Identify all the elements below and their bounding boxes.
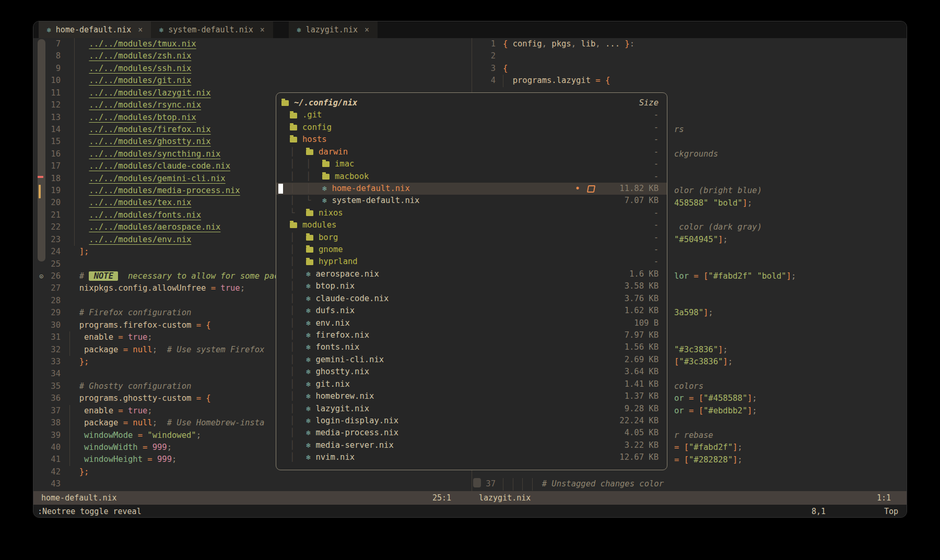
tree-item-imac[interactable]: ││imac- xyxy=(276,158,667,170)
tree-item-name: hyprland xyxy=(319,256,358,268)
tab-label: system-default.nix xyxy=(168,25,253,34)
tree-item-.git[interactable]: .git- xyxy=(276,109,667,121)
tree-item-name: hosts xyxy=(302,134,327,146)
code-text: ../../modules/lazygit.nix xyxy=(61,87,211,99)
tree-item-darwin[interactable]: │darwin- xyxy=(276,146,667,158)
file-size: - xyxy=(608,171,659,183)
code-fragment: rs xyxy=(674,124,684,136)
left-scrollbar[interactable]: ⊙ xyxy=(38,38,45,491)
tree-item-gnome[interactable]: │gnome- xyxy=(276,244,667,256)
tree-item-nvim.nix[interactable]: │❄nvim.nix12.67 KB xyxy=(276,451,667,463)
tree-indent-guide: │ xyxy=(290,293,306,305)
scrollbar-thumb[interactable] xyxy=(38,39,45,261)
nix-file-icon: ❄ xyxy=(322,183,326,195)
command-line[interactable]: :Neotree toggle reveal 8,1 Top xyxy=(33,505,907,518)
tree-item-claude-code.nix[interactable]: │❄claude-code.nix3.76 KB xyxy=(276,293,667,305)
file-size: 9.28 KB xyxy=(608,403,659,415)
tree-indent-guide: │ xyxy=(290,244,306,256)
ruler-position: 8,1 xyxy=(812,505,826,518)
tab-lazygit.nix[interactable]: ❄lazygit.nix× xyxy=(289,21,378,38)
close-icon[interactable]: × xyxy=(260,25,265,34)
code-line[interactable]: 7 ../../modules/tmux.nix xyxy=(33,38,472,50)
tree-item-media-server.nix[interactable]: │❄media-server.nix3.22 KB xyxy=(276,439,667,451)
tree-item-aerospace.nix[interactable]: │❄aerospace.nix1.6 KB xyxy=(276,268,667,280)
code-line[interactable]: 2 xyxy=(472,50,907,62)
tree-item-name: modules xyxy=(302,219,336,231)
code-text: { config, pkgs, lib, ... }: xyxy=(496,38,634,50)
tree-item-btop.nix[interactable]: │❄btop.nix3.58 KB xyxy=(276,280,667,292)
tree-item-gemini-cli.nix[interactable]: │❄gemini-cli.nix2.69 KB xyxy=(276,354,667,366)
command-text: :Neotree toggle reveal xyxy=(38,505,142,518)
tree-indent-guide: │ xyxy=(290,378,306,390)
tree-item-git.nix[interactable]: │❄git.nix1.41 KB xyxy=(276,378,667,390)
tree-item-modules[interactable]: modules- xyxy=(276,219,667,231)
tree-item-lazygit.nix[interactable]: │❄lazygit.nix9.28 KB xyxy=(276,403,667,415)
modified-dot-icon: • xyxy=(575,183,580,195)
tree-indent-guide: │ xyxy=(290,305,306,317)
neotree-root[interactable]: ~/.config/nixSize xyxy=(276,97,667,109)
code-fragment: 458588" "bold"]; xyxy=(674,197,752,209)
tree-indent-guide: │ xyxy=(290,439,306,451)
nix-file-icon: ❄ xyxy=(306,293,310,305)
code-line[interactable]: 37 # Unstagged changes color xyxy=(472,478,907,490)
code-text: ../../modules/aerospace.nix xyxy=(61,221,220,233)
nix-file-icon: ❄ xyxy=(306,329,310,341)
indent-guide xyxy=(74,209,79,221)
tree-item-home-default.nix[interactable]: ││❄home-default.nix•11.82 KB xyxy=(276,183,667,195)
tree-item-homebrew.nix[interactable]: │❄homebrew.nix1.37 KB xyxy=(276,390,667,402)
tree-item-login-display.nix[interactable]: │❄login-display.nix22.24 KB xyxy=(276,415,667,427)
file-size: - xyxy=(608,207,659,219)
code-line[interactable]: 3{ xyxy=(472,63,907,75)
close-icon[interactable]: × xyxy=(365,25,369,34)
right-scrollbar-thumb[interactable] xyxy=(473,478,481,487)
close-icon[interactable]: × xyxy=(138,25,143,34)
tree-item-borg[interactable]: │borg- xyxy=(276,232,667,244)
neotree-popup[interactable]: ~/.config/nixSize.git-config-hosts-│darw… xyxy=(276,92,667,470)
code-fragment: = ["#fabd2f"]; xyxy=(674,442,743,454)
file-size: 7.07 KB xyxy=(608,195,659,207)
tree-item-macbook[interactable]: ││macbook- xyxy=(276,171,667,183)
code-line[interactable]: 1{ config, pkgs, lib, ... }: xyxy=(472,38,907,50)
nix-file-icon: ❄ xyxy=(306,341,310,353)
tree-item-env.nix[interactable]: │❄env.nix109 B xyxy=(276,317,667,329)
tree-item-nixos[interactable]: └nixos- xyxy=(276,207,667,219)
tree-item-name: env.nix xyxy=(315,317,349,329)
tree-item-dufs.nix[interactable]: │❄dufs.nix1.62 KB xyxy=(276,305,667,317)
indent-guide xyxy=(69,417,74,429)
indent-guide xyxy=(503,75,508,87)
code-text: ../../modules/zsh.nix xyxy=(61,50,191,62)
code-line[interactable]: 43 xyxy=(33,478,472,490)
code-fragment: ckgrounds xyxy=(674,148,718,160)
tree-item-name: claude-code.nix xyxy=(315,293,389,305)
tree-item-name: darwin xyxy=(319,146,348,158)
code-text: ../../modules/gemini-cli.nix xyxy=(61,173,226,185)
code-line[interactable]: 10 ../../modules/git.nix xyxy=(33,75,472,87)
desktop-background: ❄home-default.nix×❄system-default.nix×❄l… xyxy=(0,0,940,560)
indent-guide xyxy=(69,331,74,343)
tree-item-firefox.nix[interactable]: │❄firefox.nix7.97 KB xyxy=(276,329,667,341)
tree-item-config[interactable]: config- xyxy=(276,122,667,134)
tree-item-hyprland[interactable]: │hyprland- xyxy=(276,256,667,268)
tree-item-name: dufs.nix xyxy=(315,305,355,317)
tree-item-name: macbook xyxy=(335,171,369,183)
statusline-left: home-default.nix 25:1 xyxy=(33,491,472,505)
indent-guide xyxy=(503,478,508,490)
tree-item-system-default.nix[interactable]: │└❄system-default.nix7.07 KB xyxy=(276,195,667,207)
tab-home-default.nix[interactable]: ❄home-default.nix× xyxy=(39,21,151,38)
neotree-root-path: ~/.config/nix xyxy=(294,97,357,109)
code-line[interactable]: 4 programs.lazygit = { xyxy=(472,75,907,87)
tree-indent-guide: │ xyxy=(290,268,306,280)
git-changed-mark xyxy=(39,185,41,198)
code-line[interactable]: 8 ../../modules/zsh.nix xyxy=(33,50,472,62)
code-line[interactable]: 9 ../../modules/ssh.nix xyxy=(33,63,472,75)
tree-item-hosts[interactable]: hosts- xyxy=(276,134,667,146)
tab-system-default.nix[interactable]: ❄system-default.nix× xyxy=(151,21,273,38)
tree-indent-guide: │ xyxy=(290,280,306,292)
nix-file-icon: ❄ xyxy=(306,305,310,317)
file-size: 109 B xyxy=(608,317,659,329)
tree-item-media-process.nix[interactable]: │❄media-process.nix4.05 KB xyxy=(276,427,667,439)
tree-item-fonts.nix[interactable]: │❄fonts.nix1.56 KB xyxy=(276,341,667,353)
folder-icon xyxy=(306,235,313,241)
tree-item-name: media-process.nix xyxy=(315,427,398,439)
tree-item-ghostty.nix[interactable]: │❄ghostty.nix3.64 KB xyxy=(276,366,667,378)
